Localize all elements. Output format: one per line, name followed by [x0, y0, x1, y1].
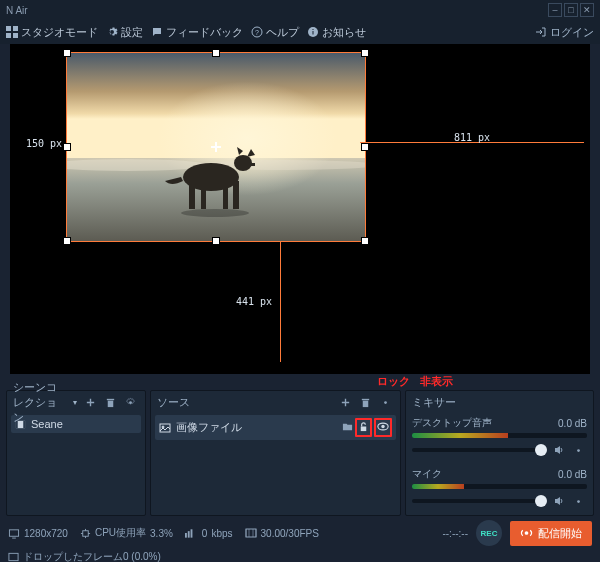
volume-slider[interactable]	[412, 448, 547, 452]
scene-delete-button[interactable]	[103, 394, 119, 410]
record-button[interactable]: REC	[476, 520, 502, 546]
resize-handle-tm[interactable]	[212, 49, 220, 57]
film-icon	[15, 419, 26, 430]
svg-rect-16	[201, 183, 206, 209]
scene-item-label: Seane	[31, 418, 63, 430]
guide-vertical	[280, 242, 281, 362]
svg-rect-42	[190, 529, 192, 537]
svg-rect-39	[83, 530, 89, 536]
svg-point-21	[181, 209, 249, 217]
scene-add-button[interactable]	[83, 394, 99, 410]
scene-settings-button[interactable]	[123, 394, 139, 410]
svg-rect-2	[6, 33, 11, 38]
speaker-icon	[553, 444, 565, 456]
source-item-label: 画像ファイル	[176, 420, 337, 435]
dimension-right: 811 px	[454, 132, 490, 143]
eye-icon	[377, 421, 389, 432]
slider-thumb[interactable]	[535, 495, 547, 507]
resize-handle-ml[interactable]	[63, 143, 71, 151]
maximize-button[interactable]: □	[564, 3, 578, 17]
svg-text:?: ?	[255, 29, 259, 36]
source-add-button[interactable]	[338, 394, 354, 410]
menu-help-label: ヘルプ	[266, 25, 299, 40]
scene-item[interactable]: Seane	[11, 415, 141, 433]
resize-handle-mr[interactable]	[361, 143, 369, 151]
svg-rect-45	[9, 553, 18, 560]
source-selection[interactable]	[66, 52, 366, 242]
svg-rect-41	[188, 531, 190, 538]
status-fps: 30.00/30FPS	[245, 528, 319, 539]
audio-meter	[412, 433, 587, 438]
annotation-lock: ロック	[377, 374, 410, 389]
svg-point-37	[578, 500, 581, 503]
source-item[interactable]: 画像ファイル	[155, 415, 396, 440]
status-time: --:--:--	[442, 528, 468, 539]
visibility-highlight	[374, 418, 392, 437]
source-delete-button[interactable]	[358, 394, 374, 410]
source-visibility-button[interactable]	[377, 422, 389, 434]
close-button[interactable]: ✕	[580, 3, 594, 17]
audio-meter	[412, 484, 587, 489]
app-title: N Air	[6, 5, 28, 16]
status-cpu-value: 3.3%	[150, 528, 173, 539]
svg-rect-40	[185, 533, 187, 538]
svg-rect-26	[16, 420, 18, 427]
chat-icon	[151, 26, 163, 38]
status-dropped-frames: ドロップしたフレーム0 (0.0%)	[23, 550, 161, 562]
svg-rect-29	[362, 398, 369, 399]
cpu-icon	[80, 528, 91, 539]
mute-button[interactable]	[551, 442, 567, 458]
center-crosshair-icon	[211, 142, 221, 152]
window-controls: – □ ✕	[548, 3, 594, 17]
mute-button[interactable]	[551, 493, 567, 509]
dimension-left: 150 px	[26, 138, 62, 149]
svg-rect-28	[363, 400, 369, 406]
svg-point-36	[578, 449, 581, 452]
chevron-down-icon[interactable]: ▾	[73, 398, 77, 407]
dropped-icon	[8, 552, 19, 562]
svg-rect-1	[13, 26, 18, 31]
sources-panel-title: ソース	[157, 395, 190, 410]
resize-handle-tr[interactable]	[361, 49, 369, 57]
resize-handle-br[interactable]	[361, 237, 369, 245]
svg-rect-8	[313, 29, 314, 30]
menu-settings[interactable]: 設定	[106, 25, 143, 40]
svg-point-24	[129, 401, 132, 404]
resize-handle-bl[interactable]	[63, 237, 71, 245]
image-icon	[159, 422, 171, 434]
volume-slider[interactable]	[412, 499, 547, 503]
mixer-channel-name: マイク	[412, 467, 442, 481]
status-fps-value: 30.00/30FPS	[261, 528, 319, 539]
bitrate-icon	[185, 528, 198, 538]
status-bitrate: 0 kbps	[185, 528, 233, 539]
help-icon: ?	[251, 26, 263, 38]
slider-thumb[interactable]	[535, 444, 547, 456]
svg-point-44	[525, 531, 529, 535]
info-icon	[307, 26, 319, 38]
menu-feedback[interactable]: フィードバック	[151, 25, 243, 40]
channel-settings-button[interactable]	[571, 493, 587, 509]
annotation-hide: 非表示	[420, 374, 453, 389]
resize-handle-bm[interactable]	[212, 237, 220, 245]
svg-point-30	[384, 401, 387, 404]
start-stream-button[interactable]: 配信開始	[510, 521, 592, 546]
channel-settings-button[interactable]	[571, 442, 587, 458]
menu-feedback-label: フィードバック	[166, 25, 243, 40]
source-folder-button[interactable]	[342, 421, 353, 434]
preview-area[interactable]: 150 px 811 px 441 px	[10, 44, 590, 374]
svg-rect-22	[108, 400, 114, 406]
menu-studio-mode[interactable]: スタジオモード	[6, 25, 98, 40]
svg-rect-27	[23, 420, 25, 427]
status-cpu: CPU使用率3.3%	[80, 526, 173, 540]
menu-help[interactable]: ? ヘルプ	[251, 25, 299, 40]
svg-rect-33	[360, 427, 366, 432]
minimize-button[interactable]: –	[548, 3, 562, 17]
menu-login[interactable]: ログイン	[535, 25, 594, 40]
source-lock-button[interactable]	[358, 422, 369, 434]
sources-panel: ソース 画像ファイル	[150, 390, 401, 516]
svg-point-35	[381, 425, 384, 428]
menu-notice[interactable]: お知らせ	[307, 25, 366, 40]
resize-handle-tl[interactable]	[63, 49, 71, 57]
source-settings-button[interactable]	[378, 394, 394, 410]
svg-rect-23	[107, 398, 114, 399]
